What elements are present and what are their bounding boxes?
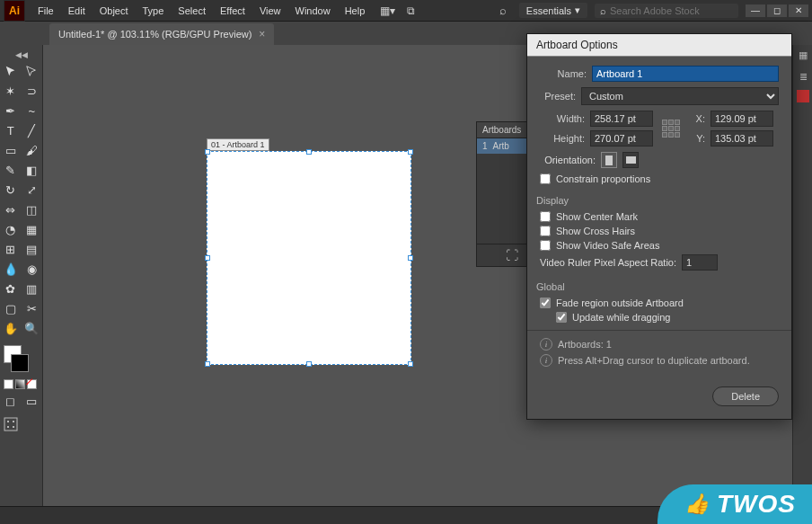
eyedropper-tool-icon[interactable]: 💧 [0,259,22,279]
magic-wand-tool-icon[interactable]: ✶ [0,81,22,101]
menu-help[interactable]: Help [338,5,373,16]
none-mode-icon[interactable] [27,379,37,389]
orientation-portrait-button[interactable] [601,152,617,168]
menu-effect[interactable]: Effect [213,5,252,16]
type-tool-icon[interactable]: T [0,120,22,140]
artboard[interactable] [207,151,411,365]
svg-point-1 [7,421,9,422]
constrain-proportions-checkbox[interactable] [540,173,551,184]
window-maximize-button[interactable]: ◻ [767,4,787,17]
fade-region-label: Fade region outside Artboard [556,298,684,308]
resize-handle[interactable] [408,149,413,155]
graph-tool-icon[interactable]: ▥ [22,279,43,298]
draw-normal-icon[interactable]: ◻ [0,391,22,411]
edit-toolbar-icon[interactable] [0,414,22,434]
line-tool-icon[interactable]: ╱ [22,120,43,140]
show-video-safe-checkbox[interactable] [540,240,551,251]
rectangle-tool-icon[interactable]: ▭ [0,140,22,160]
shape-builder-tool-icon[interactable]: ◔ [0,219,22,239]
preset-select[interactable]: Custom [581,87,779,105]
menu-object[interactable]: Object [93,5,136,16]
stock-search-input[interactable] [610,5,733,16]
selection-tool-icon[interactable] [0,61,22,81]
slice-tool-icon[interactable]: ✂ [22,298,43,318]
layers-panel-icon[interactable]: ≣ [793,67,812,86]
menu-select[interactable]: Select [171,5,213,16]
artboard-options-dialog: Artboard Options Name: Preset: Custom Wi… [526,33,792,420]
pen-tool-icon[interactable]: ✒ [0,101,22,120]
info-icon: i [540,338,552,351]
delete-button[interactable]: Delete [712,386,779,406]
watermark-text: TWOS [717,490,796,519]
zoom-tool-icon[interactable]: 🔍 [22,318,43,338]
y-input[interactable] [710,130,773,147]
arrange-icon[interactable]: ⧉ [402,3,419,19]
gradient-mode-icon[interactable] [15,379,25,389]
hand-tool-icon[interactable]: ✋ [0,318,22,338]
fade-region-checkbox[interactable] [540,298,551,308]
resize-handle[interactable] [408,255,413,261]
menu-edit[interactable]: Edit [61,5,93,16]
window-close-button[interactable]: ✕ [789,4,808,17]
show-center-mark-label: Show Center Mark [556,211,638,222]
resize-handle[interactable] [205,149,210,155]
direct-selection-tool-icon[interactable] [22,61,43,81]
perspective-tool-icon[interactable]: ▦ [22,219,43,239]
reference-point-icon[interactable] [658,120,684,138]
pixel-aspect-ratio-label: Video Ruler Pixel Aspect Ratio: [540,257,676,268]
curvature-tool-icon[interactable]: ~ [22,101,43,120]
resize-handle[interactable] [306,149,312,155]
gradient-tool-icon[interactable]: ▤ [22,239,43,259]
rotate-tool-icon[interactable]: ↻ [0,180,22,200]
color-mode-icon[interactable] [4,379,13,389]
resize-handle[interactable] [205,361,210,367]
color-panel-icon[interactable] [797,90,809,102]
show-cross-hairs-label: Show Cross Hairs [556,226,635,236]
svg-rect-0 [4,418,17,431]
svg-point-3 [7,426,9,428]
stroke-swatch[interactable] [11,354,29,372]
bridge-icon[interactable]: ▦▾ [379,3,395,19]
resize-handle[interactable] [306,361,312,367]
resize-handle[interactable] [408,361,413,367]
update-while-dragging-checkbox[interactable] [556,312,567,323]
name-input[interactable] [592,66,779,82]
workspace-switcher[interactable]: Essentials ▾ [519,3,587,18]
width-tool-icon[interactable]: ⇔ [0,200,22,219]
menu-type[interactable]: Type [136,5,172,16]
workspace-label: Essentials [526,5,571,16]
x-input[interactable] [710,111,773,127]
show-video-safe-label: Show Video Safe Areas [556,240,659,251]
resize-handle[interactable] [205,255,210,261]
pixel-aspect-ratio-input[interactable] [682,254,718,271]
width-input[interactable] [590,111,653,127]
properties-panel-icon[interactable]: ▦ [793,45,812,65]
screen-mode-icon[interactable]: ▭ [22,391,43,411]
scale-tool-icon[interactable]: ⤢ [22,180,43,200]
eraser-tool-icon[interactable]: ◧ [22,160,43,180]
show-cross-hairs-checkbox[interactable] [540,226,551,236]
lasso-tool-icon[interactable]: ⊃ [22,81,43,101]
menu-file[interactable]: File [31,5,61,16]
discover-icon[interactable]: ⌕ [494,4,512,17]
document-tab-title: Untitled-1* @ 103.11% (RGB/GPU Preview) [58,29,252,40]
menu-window[interactable]: Window [288,5,338,16]
height-input[interactable] [590,130,653,147]
artboard-tool-icon[interactable]: ▢ [0,298,22,318]
height-label: Height: [540,133,585,144]
blend-tool-icon[interactable]: ◉ [22,259,43,279]
toolbar-collapse-icon[interactable]: ◀◀ [0,49,42,61]
show-center-mark-checkbox[interactable] [540,211,551,222]
stock-search[interactable]: ⌕ [595,4,738,18]
close-icon[interactable]: × [259,28,265,40]
symbol-sprayer-tool-icon[interactable]: ✿ [0,279,22,298]
mesh-tool-icon[interactable]: ⊞ [0,239,22,259]
window-minimize-button[interactable]: — [746,4,765,17]
orientation-landscape-button[interactable] [622,152,639,168]
artboard-label[interactable]: 01 - Artboard 1 [207,138,269,151]
menu-view[interactable]: View [252,5,288,16]
free-transform-tool-icon[interactable]: ◫ [22,200,43,219]
shaper-tool-icon[interactable]: ✎ [0,160,22,180]
paintbrush-tool-icon[interactable]: 🖌 [22,140,43,160]
document-tab[interactable]: Untitled-1* @ 103.11% (RGB/GPU Preview) … [49,23,274,45]
